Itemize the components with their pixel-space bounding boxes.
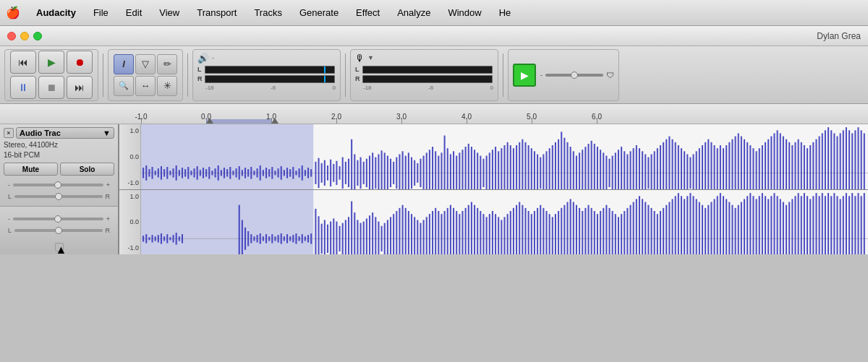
selection-start-marker xyxy=(206,118,213,124)
svg-rect-184 xyxy=(686,154,688,189)
menu-item-edit[interactable]: Edit xyxy=(119,4,149,21)
gain-slider[interactable] xyxy=(13,184,103,186)
volume-label: - xyxy=(212,54,214,61)
menu-item-audacity[interactable]: Audacity xyxy=(29,4,83,21)
svg-rect-432 xyxy=(752,196,754,254)
svg-rect-81 xyxy=(378,154,379,189)
svg-rect-419 xyxy=(714,199,715,254)
track2-gain-minus: - xyxy=(8,215,10,223)
speed-minus-icon: - xyxy=(540,72,542,79)
svg-rect-315 xyxy=(402,204,404,254)
svg-rect-87 xyxy=(396,158,397,189)
svg-rect-125 xyxy=(510,145,511,189)
svg-rect-274 xyxy=(278,235,279,242)
svg-rect-130 xyxy=(524,142,526,190)
svg-rect-85 xyxy=(390,159,391,187)
svg-rect-111 xyxy=(468,144,469,190)
pause-button[interactable]: ⏸ xyxy=(10,76,36,99)
svg-rect-26 xyxy=(211,171,213,175)
menu-item-tracks[interactable]: Tracks xyxy=(247,4,289,21)
svg-rect-102 xyxy=(441,152,442,189)
solo-button[interactable]: Solo xyxy=(60,163,114,176)
menu-item-analyze[interactable]: Analyze xyxy=(390,4,438,21)
svg-rect-300 xyxy=(357,220,358,254)
svg-rect-19 xyxy=(190,171,192,175)
menu-item-transport[interactable]: Transport xyxy=(190,4,244,21)
menu-item-effect[interactable]: Effect xyxy=(349,4,387,21)
svg-rect-446 xyxy=(794,196,796,254)
svg-rect-247 xyxy=(142,236,144,241)
svg-rect-73 xyxy=(354,154,355,189)
apple-menu[interactable]: 🍎 xyxy=(6,6,20,20)
zoom-tool[interactable]: 🔍 xyxy=(114,76,134,96)
svg-rect-80 xyxy=(375,158,376,189)
svg-rect-409 xyxy=(684,199,685,254)
record-button[interactable]: ⏺ xyxy=(67,51,93,74)
skip-end-button[interactable]: ⏭ xyxy=(67,76,93,99)
svg-rect-166 xyxy=(633,148,634,189)
time-ruler[interactable]: -1.00.01.02.03.04.05.06.0 xyxy=(0,104,868,124)
close-button[interactable] xyxy=(7,32,16,40)
svg-rect-32 xyxy=(229,167,231,179)
track-name-button[interactable]: Audio Trac ▼ xyxy=(16,127,114,139)
waveform-track-2[interactable]: 1.0 0.0 -1.0 xyxy=(119,190,868,255)
svg-rect-120 xyxy=(495,147,496,189)
svg-rect-151 xyxy=(588,144,590,190)
svg-rect-181 xyxy=(678,145,679,189)
track2-gain-slider[interactable] xyxy=(13,217,103,220)
play-at-speed-button[interactable]: ▶ xyxy=(513,64,536,87)
envelope-tool[interactable]: ▽ xyxy=(135,54,156,74)
timeshift-tool[interactable]: ↔ xyxy=(135,76,156,96)
speed-slider[interactable] xyxy=(545,74,603,77)
svg-rect-251 xyxy=(155,236,156,241)
track2-pan-right: R xyxy=(106,227,111,234)
svg-rect-264 xyxy=(247,230,249,246)
menu-item-window[interactable]: Window xyxy=(441,4,488,21)
svg-rect-420 xyxy=(717,196,718,254)
play-button[interactable]: ▶ xyxy=(38,51,64,74)
waveform-track-1[interactable]: 1.0 0.0 -1.0 xyxy=(119,124,868,190)
svg-rect-173 xyxy=(654,151,655,189)
track2-pan-slider[interactable] xyxy=(14,229,102,232)
svg-rect-89 xyxy=(402,151,404,189)
svg-rect-141 xyxy=(558,139,559,190)
svg-rect-386 xyxy=(615,214,616,254)
left-input-meter xyxy=(362,66,493,74)
svg-rect-27 xyxy=(215,168,216,177)
track2-pan-row: L R xyxy=(8,227,110,234)
menu-item-file[interactable]: File xyxy=(86,4,116,21)
svg-rect-456 xyxy=(825,196,826,254)
menu-item-generate[interactable]: Generate xyxy=(292,4,346,21)
track-close-button[interactable]: × xyxy=(4,128,14,138)
stop-button[interactable]: ⏹ xyxy=(38,76,64,99)
speed-shield-icon: 🛡 xyxy=(606,71,614,79)
skip-start-button[interactable]: ⏮ xyxy=(10,51,36,74)
mic-dropdown[interactable]: ▼ xyxy=(367,54,374,61)
draw-tool[interactable]: ✏ xyxy=(157,54,177,74)
gain-row: - + xyxy=(8,181,110,189)
svg-rect-464 xyxy=(848,196,850,254)
multi-tool[interactable]: ✳ xyxy=(157,76,177,96)
menu-item-view[interactable]: View xyxy=(152,4,187,21)
svg-rect-131 xyxy=(528,145,529,189)
svg-rect-25 xyxy=(208,167,210,179)
svg-rect-221 xyxy=(798,139,799,190)
mute-solo-row: Mute Solo xyxy=(4,163,114,176)
mute-button[interactable]: Mute xyxy=(4,163,58,176)
selection-tool[interactable]: I xyxy=(114,54,134,74)
svg-rect-277 xyxy=(286,234,288,243)
pan-slider[interactable] xyxy=(14,195,102,198)
svg-rect-266 xyxy=(253,236,255,241)
svg-rect-47 xyxy=(274,171,276,175)
menu-item-help[interactable]: He xyxy=(492,4,519,21)
maximize-button[interactable] xyxy=(33,32,42,40)
svg-rect-302 xyxy=(363,221,365,254)
svg-rect-304 xyxy=(369,215,370,254)
left-output-meter xyxy=(205,66,335,74)
svg-rect-415 xyxy=(702,204,703,254)
minimize-button[interactable] xyxy=(20,32,29,40)
svg-rect-39 xyxy=(250,167,252,179)
collapse-button[interactable]: ▲ xyxy=(55,243,64,251)
y-label-mid-2: 0.0 xyxy=(121,218,139,225)
svg-rect-160 xyxy=(615,152,616,189)
